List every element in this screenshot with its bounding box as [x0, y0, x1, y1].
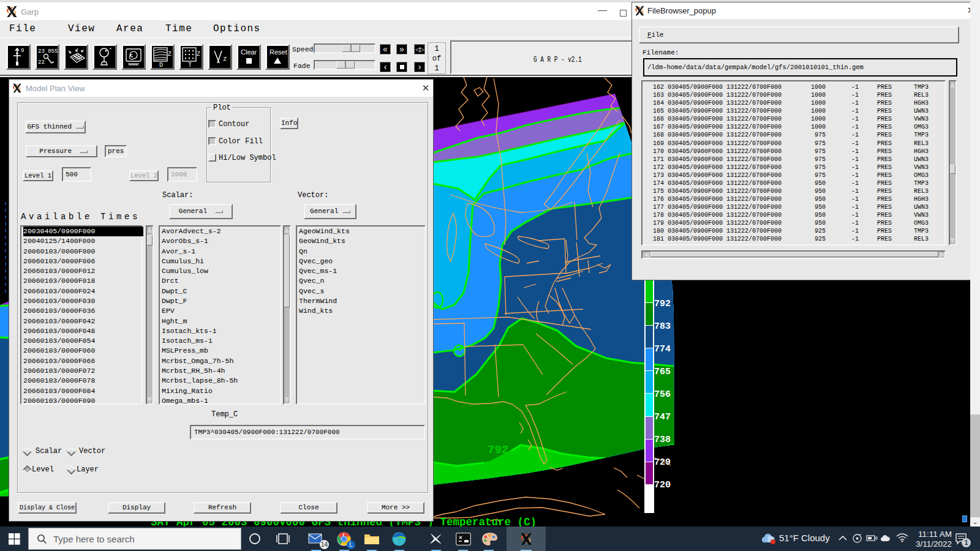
svg-text:Z: Z: [168, 51, 172, 58]
svg-text:T: T: [188, 62, 192, 68]
svg-text:738: 738: [654, 435, 671, 445]
svg-text:756: 756: [654, 389, 671, 400]
svg-text:D: D: [159, 62, 163, 68]
svg-text:9: 9: [21, 48, 24, 54]
svg-text:Z: Z: [197, 51, 200, 58]
svg-text:Reset: Reset: [270, 48, 287, 56]
svg-text:22: 22: [38, 59, 45, 66]
svg-text:*: *: [109, 47, 112, 52]
svg-text:Clear: Clear: [241, 48, 257, 56]
svg-text:792: 792: [488, 443, 508, 457]
svg-text:774: 774: [654, 344, 671, 354]
svg-text:747: 747: [654, 412, 671, 422]
svg-text:783: 783: [654, 321, 671, 332]
svg-text:765: 765: [654, 367, 671, 377]
svg-text:z: z: [223, 55, 227, 62]
svg-text:792: 792: [654, 299, 671, 309]
svg-text:23 055: 23 055: [38, 48, 58, 54]
svg-text:729: 729: [654, 457, 671, 468]
svg-text:720: 720: [654, 480, 671, 490]
